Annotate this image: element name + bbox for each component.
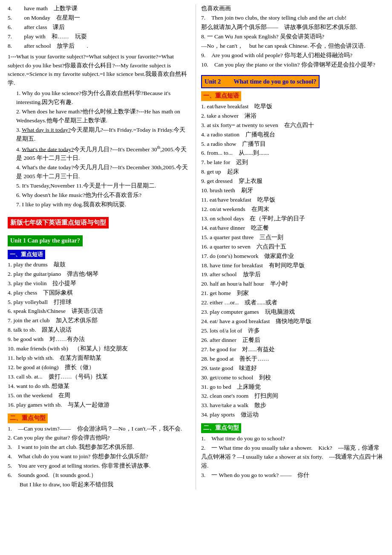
list-item: 4. What club do you want to join? 你想参加什么… xyxy=(8,452,190,461)
list-item: 9. Are you good with old people? 你与老人们相处… xyxy=(201,51,384,60)
list-item: 8. 一 Can Wu Jun speak English? 吴俊会讲英语吗? xyxy=(201,32,384,41)
list-item: 18. have time for breakfast 有时间吃早饭 xyxy=(201,261,384,270)
list-item: 7. Then join two clubs, the story tellin… xyxy=(201,14,384,23)
list-item: 1. —Can you swim?—— 你会游泳吗？—No，I can't.--… xyxy=(8,425,190,434)
list-item: 21. get home 到家 xyxy=(201,289,384,298)
list-item: —No，he can't， but he can speak Chinese. … xyxy=(201,42,384,51)
list-item: 26. after dinner 正餐后 xyxy=(201,336,384,345)
unit1-sentences-title: 二、重点句型 xyxy=(8,413,48,423)
list-item: 30. get/come to school 到校 xyxy=(201,373,384,382)
unit2-header-block: Unit 2 What time do you go to school? xyxy=(201,72,384,89)
list-item: 那么就请加入两个俱乐部—— 讲故事俱乐部和艺术俱乐部. xyxy=(201,23,384,32)
list-item: 4. a radio station 广播电视台 xyxy=(201,130,384,139)
section-title-block: 新版七年级下英语重点短语与句型 xyxy=(8,214,190,230)
list-item: 15. a quarter past three 三点一刻 xyxy=(201,233,384,242)
list-item: 2. play the guitar/piano 弹吉他/钢琴 xyxy=(8,270,190,279)
list-item: 13. on school days 在（平时,上学的日子 xyxy=(201,214,384,223)
list-item: 8. after school 放学后 . xyxy=(8,42,190,51)
list-item: 5. play volleyball 打排球 xyxy=(8,298,190,307)
list-item: 6. Sounds good.（It sounds good.） xyxy=(8,471,190,480)
list-item: 20. half an hour/a half hour 半小时 xyxy=(201,280,384,289)
list-item: 16. play games with sb. 与某人一起做游 xyxy=(8,401,190,410)
unit1-title-block: Unit 1 Can play the guitar? xyxy=(8,233,190,248)
unit1-phrases-title: 一、重点短语 xyxy=(8,250,45,259)
list-item: 33. have/take a walk 散步 xyxy=(201,401,384,410)
unit1-title: Unit 1 Can play the guitar? xyxy=(8,235,83,246)
list-item: 5. You are very good at telling stories.… xyxy=(8,462,190,471)
list-item: 10. make friends (with sb) （和某人）结交朋友 xyxy=(8,344,190,353)
list-item: 5. on Monday 在星期一 xyxy=(8,14,190,23)
list-item: 6. from... to... 从......到....... xyxy=(201,149,384,158)
list-item: 22. either …or... 或者......或者 xyxy=(201,298,384,307)
list-item: 19. after school 放学后 xyxy=(201,270,384,279)
list-item: 1. What time do you go to school? xyxy=(201,434,384,443)
list-item: 9. be good with 对……有办法 xyxy=(8,335,190,344)
unit2-phrases-block: 一、重点短语 1. eat/have breakfast 吃早饭 2. take… xyxy=(201,89,384,419)
list-item: 16. a quarter to seven 六点四十五 xyxy=(201,243,384,251)
list-item: 12. on/at weekends 在周末 xyxy=(201,205,384,214)
paragraph: 3. What day is it today?今天星期几?---It's Fr… xyxy=(8,126,190,144)
list-item: 10. brush teeth 刷牙 xyxy=(201,186,384,195)
unit2-sentences-block: 二、重点句型 1. What time do you go to school?… xyxy=(201,421,384,480)
section-title: 新版七年级下英语重点短语与句型 xyxy=(8,217,109,228)
list-item: 7. play with 和…… 玩耍 xyxy=(8,32,190,41)
list-item: 9. get dressed 穿上衣服 xyxy=(201,177,384,186)
list-item: 8. talk to sb. 跟某人说话 xyxy=(8,326,190,335)
list-item: 10. Can you play the piano or the violin… xyxy=(201,61,384,69)
list-item: 32. clean one's room 打扫房间 xyxy=(201,392,384,401)
list-item: 6. speak English/Chinese 讲英语/汉语 xyxy=(8,307,190,316)
list-item: 14. eat/have dinner 吃正餐 xyxy=(201,224,384,233)
list-item: 4. have math 上数学课 xyxy=(8,4,190,13)
unit2-sentences-title: 二、重点句型 xyxy=(201,423,241,433)
unit1-sentences-list: 1. —Can you swim?—— 你会游泳吗？—No，I can't.--… xyxy=(8,425,190,489)
unit2-phrases-title: 一、重点短语 xyxy=(201,91,241,101)
list-item: 4. play chess 下国际象棋 xyxy=(8,289,190,298)
list-item: 5. a radio show 广播节目 xyxy=(201,140,384,149)
list-item: But I like to draw, too 听起来不错但我 xyxy=(8,480,190,489)
unit1-sentences-block: 二、重点句型 1. —Can you swim?—— 你会游泳吗？—No，I c… xyxy=(8,411,190,489)
list-item: 1. play the drums 敲鼓 xyxy=(8,260,190,269)
top-list: 4. have math 上数学课 5. on Monday 在星期一 6. a… xyxy=(8,4,190,51)
list-item: 3. at six forty= at twenty to seven 在六点四… xyxy=(201,121,384,130)
paragraph: 5. It's Tuesday,November 11.今天是十一月十一日星期二… xyxy=(8,182,190,191)
unit1-phrases-list: 1. play the drums 敲鼓 2. play the guitar/… xyxy=(8,260,190,410)
unit2-header: Unit 2 What time do you go to school? xyxy=(201,75,320,88)
list-item: 23. play computer games 玩电脑游戏 xyxy=(201,308,384,317)
list-item: 3. play the violin 拉小提琴 xyxy=(8,279,190,288)
list-item: 7. join the art club 加入艺术俱乐部 xyxy=(8,316,190,325)
list-item: 6. after class 课后 xyxy=(8,23,190,32)
list-item: 也喜欢画画 xyxy=(201,4,384,13)
list-item: 8. get up 起床 xyxy=(201,168,384,176)
list-item: 14. want to do sth. 想做某 xyxy=(8,382,190,391)
paragraph: 7. I like to play with my dog.我喜欢和狗玩耍. xyxy=(8,200,190,209)
right-top-items: 也喜欢画画 7. Then join two clubs, the story … xyxy=(201,4,384,69)
unit1-phrases-block: 一、重点短语 1. play the drums 敲鼓 2. play the … xyxy=(8,248,190,410)
list-item: 28. be good at 善长于…… xyxy=(201,355,384,364)
paragraph: 1. Why do you like science?你为什么喜欢自然科学?Be… xyxy=(8,89,190,107)
paragraph: 4. What's the date today?今天几月几日?---It's … xyxy=(8,163,190,181)
list-item: 11. help sb with sth. 在某方面帮助某 xyxy=(8,354,190,363)
paragraph: 1---What is your favorite subject?=What … xyxy=(8,52,190,88)
unit2-phrases-list: 1. eat/have breakfast 吃早饭 2. take a show… xyxy=(201,102,384,419)
paragraph: 6. Why doesn't he like music?他为什么不喜欢音乐? xyxy=(8,191,190,200)
list-item: 29. taste good 味道好 xyxy=(201,364,384,373)
list-item: 2. 一 What time do you usually take a sho… xyxy=(201,444,384,471)
list-item: 1. eat/have breakfast 吃早饭 xyxy=(201,102,384,111)
left-paragraphs: 1---What is your favorite subject?=What … xyxy=(8,52,190,209)
list-item: 2. take a shower 淋浴 xyxy=(201,112,384,121)
paragraph: 2. When does he have math?他什么时候上数学课?---H… xyxy=(8,107,190,125)
list-item: 3. 一 When do you go to work? —— 你什 xyxy=(201,471,384,480)
list-item: 7. be late for 迟到 xyxy=(201,158,384,167)
list-item: 25. lots of/a lot of 许多 xyxy=(201,327,384,335)
list-item: 3. I want to join the art club. 我想参加艺术俱乐… xyxy=(8,443,190,452)
right-column: 也喜欢画画 7. Then join two clubs, the story … xyxy=(196,4,384,490)
list-item: 13. call sb. at... 拨打……（号码）找某 xyxy=(8,373,190,382)
paragraph: 4. What's the date today?今天几月几日?---It's … xyxy=(8,144,190,163)
list-item: 15. on the weekend 在周 xyxy=(8,391,190,400)
list-item: 24. eat/ have a good breakfast 痛快地吃早饭 xyxy=(201,317,384,326)
left-column: 4. have math 上数学课 5. on Monday 在星期一 6. a… xyxy=(8,4,196,490)
list-item: 27. be good for 对......有益处 xyxy=(201,345,384,354)
list-item: 31. go to bed 上床睡觉 xyxy=(201,383,384,392)
list-item: 34. play sports 做运动 xyxy=(201,410,384,419)
list-item: 12. be good at (doing) 擅长（做） xyxy=(8,363,190,372)
